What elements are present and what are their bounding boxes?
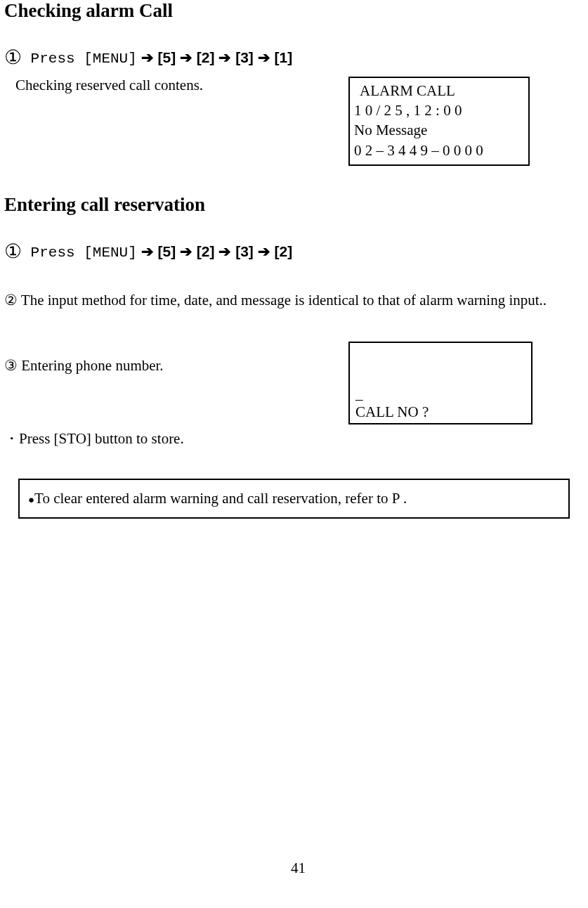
- note-text: To clear entered alarm warning and call …: [34, 490, 407, 507]
- section2-step3: ③ Entering phone number.: [4, 357, 348, 375]
- lcd1-line1: ALARM CALL: [354, 81, 524, 100]
- heading-entering-call-reservation: Entering call reservation: [4, 194, 584, 216]
- press-menu-text-2: Press [MENU]: [22, 245, 137, 261]
- input-method-text: The input method for time, date, and mes…: [18, 292, 547, 309]
- circled-three-icon: ③: [4, 357, 18, 374]
- bullet-icon: ●: [28, 494, 34, 505]
- lcd-display-alarm-call: ALARM CALL 1 0 / 2 5 , 1 2 : 0 0 No Mess…: [348, 77, 530, 166]
- heading-checking-alarm-call: Checking alarm Call: [4, 0, 584, 22]
- entering-phone-text: Entering phone number.: [18, 357, 164, 374]
- circled-two-icon: ②: [4, 292, 18, 309]
- key-sequence-1: ➔ [5] ➔ [2] ➔ [3] ➔ [1]: [137, 49, 292, 65]
- lcd1-line2: 1 0 / 2 5 , 1 2 : 0 0: [354, 100, 524, 120]
- circled-one-icon: ①: [4, 46, 22, 68]
- circled-one-icon: ①: [4, 240, 22, 262]
- press-sto-text: ・Press [STO] button to store.: [4, 430, 584, 448]
- section2-step1: ① Press [MENU] ➔ [5] ➔ [2] ➔ [3] ➔ [2]: [4, 240, 584, 264]
- lcd2-line1: _: [355, 384, 363, 403]
- key-sequence-2: ➔ [5] ➔ [2] ➔ [3] ➔ [2]: [137, 243, 292, 259]
- section1-step1: ① Press [MENU] ➔ [5] ➔ [2] ➔ [3] ➔ [1]: [4, 46, 584, 70]
- lcd1-line3: No Message: [354, 120, 524, 140]
- section2-step2: ② The input method for time, date, and m…: [4, 292, 584, 309]
- lcd2-line2: CALL NO ?: [355, 402, 429, 422]
- lcd1-line4: 0 2 – 3 4 4 9 – 0 0 0 0: [354, 141, 524, 160]
- press-menu-text: Press [MENU]: [22, 51, 137, 67]
- note-box: ●To clear entered alarm warning and call…: [18, 479, 570, 519]
- checking-reserved-text: Checking reserved call contens.: [4, 77, 348, 94]
- page-number: 41: [4, 860, 588, 877]
- lcd-display-call-no: _ CALL NO ?: [348, 342, 533, 424]
